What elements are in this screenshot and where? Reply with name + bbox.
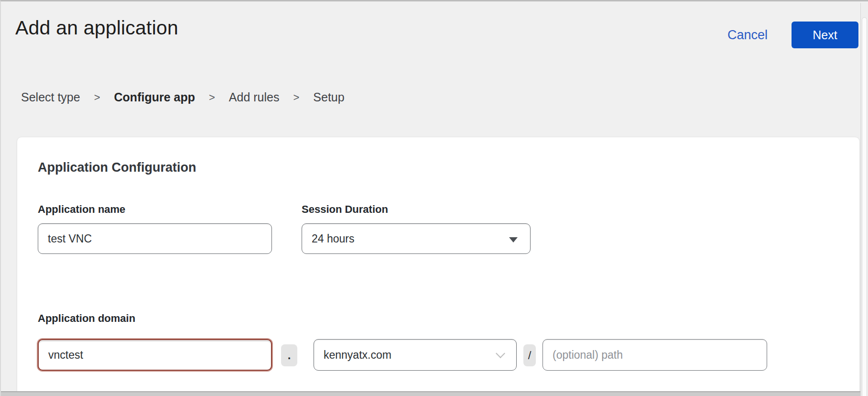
path-input[interactable]: [542, 339, 767, 371]
next-button[interactable]: Next: [792, 22, 858, 48]
step-configure-app[interactable]: Configure app: [114, 90, 195, 104]
subdomain-input[interactable]: [38, 339, 272, 371]
slash-separator: /: [523, 344, 536, 366]
breadcrumb: Select type > Configure app > Add rules …: [21, 90, 345, 104]
domain-select[interactable]: kennyatx.com: [314, 339, 517, 371]
breadcrumb-separator: >: [94, 91, 100, 104]
session-duration-label: Session Duration: [302, 203, 388, 216]
session-duration-select[interactable]: 24 hours: [302, 223, 531, 254]
app-window: Add an application Cancel Next Select ty…: [0, 0, 868, 396]
caret-down-icon: [509, 237, 518, 242]
window-bottom-edge: [1, 391, 868, 396]
page-title: Add an application: [15, 17, 178, 39]
header-actions: Cancel Next: [727, 22, 858, 48]
configuration-card: Application Configuration Application na…: [17, 137, 860, 396]
cancel-button[interactable]: Cancel: [727, 28, 768, 43]
step-select-type[interactable]: Select type: [21, 90, 80, 104]
application-name-label: Application name: [38, 203, 125, 216]
step-setup[interactable]: Setup: [313, 90, 344, 104]
application-domain-label: Application domain: [38, 312, 135, 325]
chevron-down-icon: [496, 349, 505, 358]
breadcrumb-separator: >: [209, 91, 215, 104]
session-duration-value: 24 hours: [312, 232, 355, 245]
section-title: Application Configuration: [38, 160, 196, 175]
application-name-input[interactable]: [38, 223, 272, 254]
vertical-scrollbar[interactable]: [860, 3, 868, 396]
step-add-rules[interactable]: Add rules: [229, 90, 280, 104]
dot-separator: .: [281, 344, 297, 366]
scrollbar-thumb[interactable]: [862, 17, 867, 396]
breadcrumb-separator: >: [293, 91, 299, 104]
domain-value: kennyatx.com: [324, 349, 391, 362]
